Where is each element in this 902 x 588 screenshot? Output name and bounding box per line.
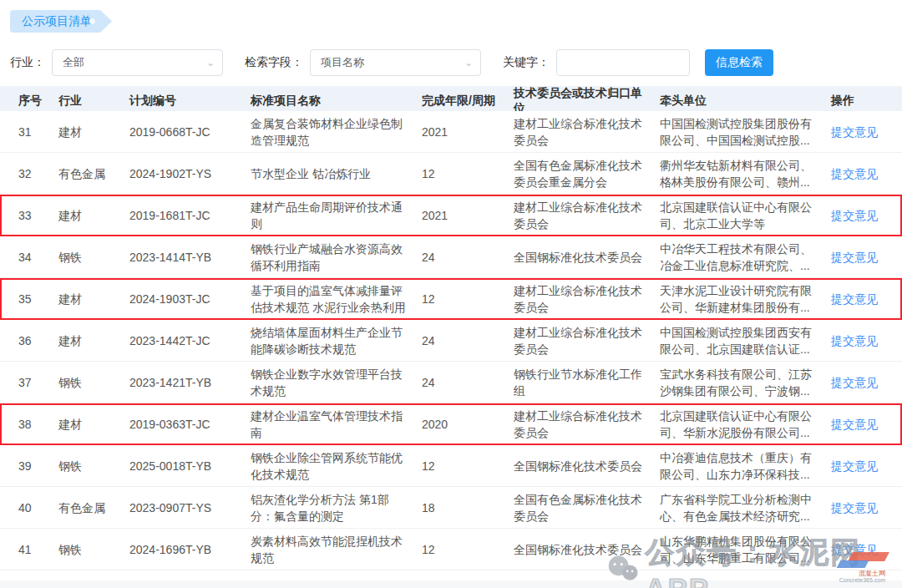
seq-cell: 32 xyxy=(18,165,58,182)
table-body: 31 建材 2019-0668T-JC 金属复合装饰材料企业绿色制造管理规范 2… xyxy=(0,111,902,570)
lead-unit-cell: 北京国建联信认证中心有限公司、北京工业大学等 xyxy=(660,199,831,232)
project-name-cell: 节水型企业 钴冶炼行业 xyxy=(251,165,422,182)
seq-cell: 40 xyxy=(18,499,58,516)
tab-dot-icon xyxy=(89,18,95,24)
submit-feedback-link[interactable]: 提交意见 xyxy=(831,334,878,347)
submit-feedback-link[interactable]: 提交意见 xyxy=(831,125,878,139)
plan-no-cell: 2019-0363T-JC xyxy=(129,416,251,433)
project-name-cell: 基于项目的温室气体减排量评估技术规范 水泥行业余热利用 xyxy=(251,282,422,316)
lead-unit-cell: 宝武水务科技有限公司、江苏沙钢集团有限公司、宁波钢... xyxy=(660,366,831,399)
filter-bar: 行业： 全部 ⌄ 检索字段： 项目名称 ⌄ 关键字： 信息检索 xyxy=(10,48,892,77)
project-name-cell: 烧结墙体屋面材料生产企业节能降碳诊断技术规范 xyxy=(251,324,422,357)
table-row: 35 建材 2024-1903T-JC 基于项目的温室气体减排量评估技术规范 水… xyxy=(0,278,902,320)
col-header-period: 完成年限/周期 xyxy=(422,94,514,109)
period-cell: 2021 xyxy=(422,124,514,140)
project-name-cell: 钢铁企业除尘管网系统节能优化技术规范 xyxy=(251,449,422,483)
lead-unit-cell: 中国国检测试控股集团股份有限公司、中国国检测试控股... xyxy=(660,115,831,149)
lead-unit-cell: 中国国检测试控股集团西安有限公司、北京国建联信认证... xyxy=(660,324,831,357)
lead-unit-cell: 山东华鹏精机集团股份有限公司、山东华鹏重工有限公司... xyxy=(660,533,831,566)
chevron-down-icon: ⌄ xyxy=(206,57,215,68)
seq-cell: 38 xyxy=(18,416,58,433)
logo-en-text: Concrete365.com xyxy=(839,577,885,583)
committee-cell: 建材工业综合标准化技术委员会 xyxy=(514,115,660,149)
tab-public-project-list[interactable]: 公示项目清单 xyxy=(10,10,112,33)
project-name-cell: 钢铁企业数字水效管理平台技术规范 xyxy=(251,366,422,399)
industry-select[interactable]: 全部 ⌄ xyxy=(52,49,223,76)
col-header-plan-no: 计划编号 xyxy=(129,94,251,109)
col-header-action: 操作 xyxy=(831,94,902,109)
project-name-cell: 建材产品生命周期评价技术通则 xyxy=(251,199,422,232)
table-row: 31 建材 2019-0668T-JC 金属复合装饰材料企业绿色制造管理规范 2… xyxy=(0,111,902,153)
seq-cell: 41 xyxy=(18,541,58,558)
submit-feedback-link[interactable]: 提交意见 xyxy=(831,251,878,264)
committee-cell: 建材工业综合标准化技术委员会 xyxy=(514,324,660,357)
plan-no-cell: 2024-1696T-YB xyxy=(129,541,251,558)
industry-cell: 钢铁 xyxy=(58,458,129,474)
table-row: 39 钢铁 2025-0018T-YB 钢铁企业除尘管网系统节能优化技术规范 1… xyxy=(0,445,902,487)
project-name-cell: 铝灰渣化学分析方法 第1部分：氟含量的测定 xyxy=(251,491,422,525)
industry-cell: 建材 xyxy=(58,332,129,349)
search-field-select[interactable]: 项目名称 ⌄ xyxy=(310,49,481,76)
table-row: 40 有色金属 2023-0907T-YS 铝灰渣化学分析方法 第1部分：氟含量… xyxy=(0,487,902,529)
project-list-page: 公示项目清单 行业： 全部 ⌄ 检索字段： 项目名称 ⌄ 关键字： 信息检索 序… xyxy=(0,0,902,588)
plan-no-cell: 2019-0668T-JC xyxy=(129,124,251,140)
period-cell: 24 xyxy=(422,332,514,349)
search-field-select-value: 项目名称 xyxy=(321,55,364,70)
industry-cell: 建材 xyxy=(58,291,129,307)
industry-select-value: 全部 xyxy=(63,55,84,70)
submit-feedback-link[interactable]: 提交意见 xyxy=(831,459,878,473)
committee-cell: 全国钢标准化技术委员会 xyxy=(514,458,660,474)
period-cell: 24 xyxy=(422,374,514,391)
table-row: 37 钢铁 2023-1421T-YB 钢铁企业数字水效管理平台技术规范 24 … xyxy=(0,362,902,403)
site-logo: 混凝土网 Concrete365.com xyxy=(827,547,892,585)
committee-cell: 建材工业综合标准化技术委员会 xyxy=(514,282,660,316)
submit-feedback-link[interactable]: 提交意见 xyxy=(831,292,878,306)
lead-unit-cell: 中冶华天工程技术有限公司、冶金工业信息标准研究院、... xyxy=(660,241,831,274)
keyword-label: 关键字： xyxy=(503,55,550,70)
period-cell: 12 xyxy=(422,458,514,474)
col-header-lead: 牵头单位 xyxy=(660,94,831,109)
submit-feedback-link[interactable]: 提交意见 xyxy=(831,167,878,180)
submit-feedback-link[interactable]: 提交意见 xyxy=(831,209,878,222)
seq-cell: 37 xyxy=(18,374,58,391)
period-cell: 2020 xyxy=(422,416,514,433)
industry-cell: 钢铁 xyxy=(58,374,129,391)
table-row: 34 钢铁 2023-1414T-YB 钢铁行业产城融合水资源高效循环利用指南 … xyxy=(0,236,902,278)
industry-cell: 建材 xyxy=(58,207,129,224)
col-header-industry: 行业 xyxy=(58,94,129,109)
period-cell: 24 xyxy=(422,249,514,266)
committee-cell: 全国钢标准化技术委员会 xyxy=(514,541,660,558)
submit-feedback-link[interactable]: 提交意见 xyxy=(831,501,878,514)
plan-no-cell: 2023-1414T-YB xyxy=(129,249,251,266)
period-cell: 2021 xyxy=(422,207,514,224)
info-search-button[interactable]: 信息检索 xyxy=(705,49,773,76)
lead-unit-cell: 中冶赛迪信息技术（重庆）有限公司、山东力净环保科技... xyxy=(660,449,831,483)
plan-no-cell: 2024-1903T-JC xyxy=(129,291,251,307)
plan-no-cell: 2023-1421T-YB xyxy=(129,374,251,391)
project-name-cell: 钢铁行业产城融合水资源高效循环利用指南 xyxy=(251,241,422,274)
period-cell: 12 xyxy=(422,541,514,558)
search-field-label: 检索字段： xyxy=(245,55,303,70)
seq-cell: 35 xyxy=(18,291,58,307)
plan-no-cell: 2024-1902T-YS xyxy=(129,165,251,182)
industry-cell: 有色金属 xyxy=(58,499,129,516)
submit-feedback-link[interactable]: 提交意见 xyxy=(831,376,878,389)
next-row-partial xyxy=(0,580,902,588)
committee-cell: 钢铁行业节水标准化工作组 xyxy=(514,366,660,399)
industry-cell: 建材 xyxy=(58,416,129,433)
seq-cell: 39 xyxy=(18,458,58,474)
col-header-name: 标准项目名称 xyxy=(251,94,422,109)
submit-feedback-link[interactable]: 提交意见 xyxy=(831,418,878,431)
committee-cell: 全国有色金属标准化技术委员会 xyxy=(514,491,660,525)
period-cell: 12 xyxy=(422,291,514,307)
project-name-cell: 炭素材料高效节能混捏机技术规范 xyxy=(251,533,422,566)
period-cell: 18 xyxy=(422,499,514,516)
industry-cell: 钢铁 xyxy=(58,541,129,558)
committee-cell: 全国钢标准化技术委员会 xyxy=(514,249,660,266)
chevron-down-icon: ⌄ xyxy=(464,57,473,68)
committee-cell: 建材工业综合标准化技术委员会 xyxy=(514,408,660,441)
table-row: 32 有色金属 2024-1902T-YS 节水型企业 钴冶炼行业 12 全国有… xyxy=(0,153,902,195)
period-cell: 12 xyxy=(422,165,514,182)
keyword-input[interactable] xyxy=(556,49,690,76)
seq-cell: 31 xyxy=(18,124,58,140)
